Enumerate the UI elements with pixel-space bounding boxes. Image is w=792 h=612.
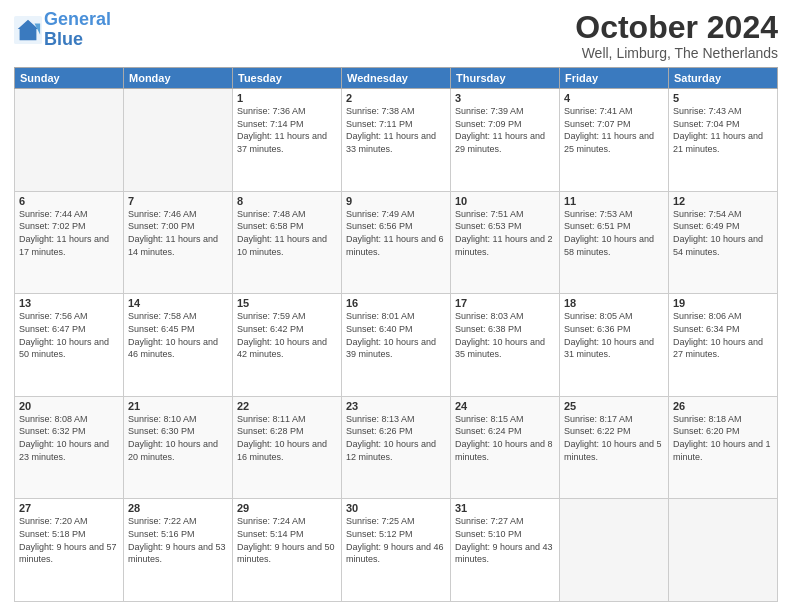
day-number: 24: [455, 400, 555, 412]
calendar-cell: 10Sunrise: 7:51 AM Sunset: 6:53 PM Dayli…: [451, 191, 560, 294]
calendar-cell: [15, 89, 124, 192]
day-detail: Sunrise: 8:11 AM Sunset: 6:28 PM Dayligh…: [237, 413, 337, 463]
day-number: 9: [346, 195, 446, 207]
day-number: 2: [346, 92, 446, 104]
day-detail: Sunrise: 7:59 AM Sunset: 6:42 PM Dayligh…: [237, 310, 337, 360]
day-detail: Sunrise: 8:10 AM Sunset: 6:30 PM Dayligh…: [128, 413, 228, 463]
day-number: 27: [19, 502, 119, 514]
day-detail: Sunrise: 8:01 AM Sunset: 6:40 PM Dayligh…: [346, 310, 446, 360]
calendar-cell: 16Sunrise: 8:01 AM Sunset: 6:40 PM Dayli…: [342, 294, 451, 397]
week-row-4: 27Sunrise: 7:20 AM Sunset: 5:18 PM Dayli…: [15, 499, 778, 602]
calendar-cell: 30Sunrise: 7:25 AM Sunset: 5:12 PM Dayli…: [342, 499, 451, 602]
calendar-cell: 3Sunrise: 7:39 AM Sunset: 7:09 PM Daylig…: [451, 89, 560, 192]
calendar-cell: 27Sunrise: 7:20 AM Sunset: 5:18 PM Dayli…: [15, 499, 124, 602]
calendar-cell: 11Sunrise: 7:53 AM Sunset: 6:51 PM Dayli…: [560, 191, 669, 294]
day-detail: Sunrise: 8:13 AM Sunset: 6:26 PM Dayligh…: [346, 413, 446, 463]
day-detail: Sunrise: 7:44 AM Sunset: 7:02 PM Dayligh…: [19, 208, 119, 258]
day-number: 30: [346, 502, 446, 514]
week-row-3: 20Sunrise: 8:08 AM Sunset: 6:32 PM Dayli…: [15, 396, 778, 499]
day-number: 8: [237, 195, 337, 207]
calendar-cell: 26Sunrise: 8:18 AM Sunset: 6:20 PM Dayli…: [669, 396, 778, 499]
day-number: 10: [455, 195, 555, 207]
day-detail: Sunrise: 8:15 AM Sunset: 6:24 PM Dayligh…: [455, 413, 555, 463]
day-detail: Sunrise: 7:53 AM Sunset: 6:51 PM Dayligh…: [564, 208, 664, 258]
day-detail: Sunrise: 8:03 AM Sunset: 6:38 PM Dayligh…: [455, 310, 555, 360]
calendar-cell: 22Sunrise: 8:11 AM Sunset: 6:28 PM Dayli…: [233, 396, 342, 499]
header: General Blue October 2024 Well, Limburg,…: [14, 10, 778, 61]
calendar-cell: 20Sunrise: 8:08 AM Sunset: 6:32 PM Dayli…: [15, 396, 124, 499]
day-detail: Sunrise: 7:49 AM Sunset: 6:56 PM Dayligh…: [346, 208, 446, 258]
day-detail: Sunrise: 8:06 AM Sunset: 6:34 PM Dayligh…: [673, 310, 773, 360]
calendar-cell: [560, 499, 669, 602]
day-number: 22: [237, 400, 337, 412]
calendar-cell: 17Sunrise: 8:03 AM Sunset: 6:38 PM Dayli…: [451, 294, 560, 397]
weekday-header-saturday: Saturday: [669, 68, 778, 89]
calendar-cell: 1Sunrise: 7:36 AM Sunset: 7:14 PM Daylig…: [233, 89, 342, 192]
day-number: 23: [346, 400, 446, 412]
logo-text: General Blue: [44, 10, 111, 50]
weekday-header-row: SundayMondayTuesdayWednesdayThursdayFrid…: [15, 68, 778, 89]
day-number: 16: [346, 297, 446, 309]
calendar-cell: 13Sunrise: 7:56 AM Sunset: 6:47 PM Dayli…: [15, 294, 124, 397]
weekday-header-monday: Monday: [124, 68, 233, 89]
calendar-cell: 31Sunrise: 7:27 AM Sunset: 5:10 PM Dayli…: [451, 499, 560, 602]
week-row-2: 13Sunrise: 7:56 AM Sunset: 6:47 PM Dayli…: [15, 294, 778, 397]
calendar-cell: [669, 499, 778, 602]
day-number: 28: [128, 502, 228, 514]
day-detail: Sunrise: 7:41 AM Sunset: 7:07 PM Dayligh…: [564, 105, 664, 155]
month-title: October 2024: [575, 10, 778, 45]
location: Well, Limburg, The Netherlands: [575, 45, 778, 61]
week-row-0: 1Sunrise: 7:36 AM Sunset: 7:14 PM Daylig…: [15, 89, 778, 192]
day-number: 14: [128, 297, 228, 309]
day-number: 31: [455, 502, 555, 514]
calendar-cell: [124, 89, 233, 192]
day-detail: Sunrise: 7:46 AM Sunset: 7:00 PM Dayligh…: [128, 208, 228, 258]
day-number: 19: [673, 297, 773, 309]
weekday-header-sunday: Sunday: [15, 68, 124, 89]
weekday-header-tuesday: Tuesday: [233, 68, 342, 89]
day-detail: Sunrise: 8:18 AM Sunset: 6:20 PM Dayligh…: [673, 413, 773, 463]
day-number: 26: [673, 400, 773, 412]
day-number: 21: [128, 400, 228, 412]
logo-blue: Blue: [44, 29, 83, 49]
day-detail: Sunrise: 7:54 AM Sunset: 6:49 PM Dayligh…: [673, 208, 773, 258]
calendar-cell: 23Sunrise: 8:13 AM Sunset: 6:26 PM Dayli…: [342, 396, 451, 499]
day-number: 12: [673, 195, 773, 207]
day-number: 17: [455, 297, 555, 309]
calendar-body: 1Sunrise: 7:36 AM Sunset: 7:14 PM Daylig…: [15, 89, 778, 602]
calendar-table: SundayMondayTuesdayWednesdayThursdayFrid…: [14, 67, 778, 602]
day-number: 7: [128, 195, 228, 207]
calendar-cell: 28Sunrise: 7:22 AM Sunset: 5:16 PM Dayli…: [124, 499, 233, 602]
day-detail: Sunrise: 7:27 AM Sunset: 5:10 PM Dayligh…: [455, 515, 555, 565]
day-detail: Sunrise: 8:08 AM Sunset: 6:32 PM Dayligh…: [19, 413, 119, 463]
day-detail: Sunrise: 7:43 AM Sunset: 7:04 PM Dayligh…: [673, 105, 773, 155]
weekday-header-friday: Friday: [560, 68, 669, 89]
day-detail: Sunrise: 7:22 AM Sunset: 5:16 PM Dayligh…: [128, 515, 228, 565]
calendar-cell: 15Sunrise: 7:59 AM Sunset: 6:42 PM Dayli…: [233, 294, 342, 397]
logo: General Blue: [14, 10, 111, 50]
title-block: October 2024 Well, Limburg, The Netherla…: [575, 10, 778, 61]
calendar-cell: 12Sunrise: 7:54 AM Sunset: 6:49 PM Dayli…: [669, 191, 778, 294]
calendar-cell: 4Sunrise: 7:41 AM Sunset: 7:07 PM Daylig…: [560, 89, 669, 192]
calendar-cell: 25Sunrise: 8:17 AM Sunset: 6:22 PM Dayli…: [560, 396, 669, 499]
logo-icon: [14, 16, 42, 44]
day-number: 3: [455, 92, 555, 104]
day-number: 25: [564, 400, 664, 412]
calendar-cell: 18Sunrise: 8:05 AM Sunset: 6:36 PM Dayli…: [560, 294, 669, 397]
day-number: 13: [19, 297, 119, 309]
day-number: 5: [673, 92, 773, 104]
day-detail: Sunrise: 7:58 AM Sunset: 6:45 PM Dayligh…: [128, 310, 228, 360]
day-detail: Sunrise: 8:05 AM Sunset: 6:36 PM Dayligh…: [564, 310, 664, 360]
calendar-cell: 7Sunrise: 7:46 AM Sunset: 7:00 PM Daylig…: [124, 191, 233, 294]
calendar-page: General Blue October 2024 Well, Limburg,…: [0, 0, 792, 612]
day-number: 18: [564, 297, 664, 309]
day-number: 1: [237, 92, 337, 104]
day-detail: Sunrise: 7:36 AM Sunset: 7:14 PM Dayligh…: [237, 105, 337, 155]
calendar-cell: 14Sunrise: 7:58 AM Sunset: 6:45 PM Dayli…: [124, 294, 233, 397]
weekday-header-wednesday: Wednesday: [342, 68, 451, 89]
day-detail: Sunrise: 7:39 AM Sunset: 7:09 PM Dayligh…: [455, 105, 555, 155]
day-detail: Sunrise: 7:51 AM Sunset: 6:53 PM Dayligh…: [455, 208, 555, 258]
calendar-cell: 21Sunrise: 8:10 AM Sunset: 6:30 PM Dayli…: [124, 396, 233, 499]
logo-general: General: [44, 9, 111, 29]
week-row-1: 6Sunrise: 7:44 AM Sunset: 7:02 PM Daylig…: [15, 191, 778, 294]
